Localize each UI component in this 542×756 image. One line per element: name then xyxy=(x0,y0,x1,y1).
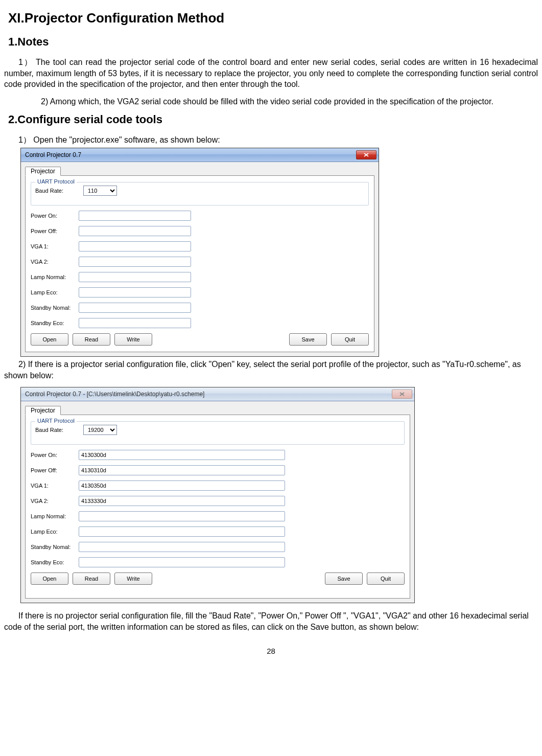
vga1-input[interactable] xyxy=(79,480,285,491)
vga2-label: VGA 2: xyxy=(31,498,79,504)
projector-window-2: Control Projector 0.7 - [C:\Users\timeli… xyxy=(20,387,415,603)
baud-rate-select[interactable]: 110 xyxy=(83,186,117,196)
config-step-3: If there is no projector serial configur… xyxy=(4,610,538,632)
page-number: 28 xyxy=(4,647,538,655)
baud-rate-label: Baud Rate: xyxy=(35,188,83,194)
standby-eco-input[interactable] xyxy=(79,318,191,328)
read-button[interactable]: Read xyxy=(73,333,110,346)
group-title: UART Protocol xyxy=(35,178,77,185)
read-button[interactable]: Read xyxy=(73,572,110,585)
save-button[interactable]: Save xyxy=(289,333,327,346)
tab-strip: Projector xyxy=(25,404,410,415)
write-button[interactable]: Write xyxy=(114,572,152,585)
lamp-eco-input[interactable] xyxy=(79,526,285,537)
power-on-label: Power On: xyxy=(31,452,79,458)
close-button[interactable] xyxy=(356,150,376,159)
projector-window-1: Control Projector 0.7 Projector UART Pro… xyxy=(20,148,379,357)
group-title: UART Protocol xyxy=(35,418,77,424)
standby-eco-label: Standby Eco: xyxy=(31,559,79,565)
open-button[interactable]: Open xyxy=(31,333,68,346)
vga2-input[interactable] xyxy=(79,496,285,506)
vga1-label: VGA 1: xyxy=(31,243,79,249)
tab-projector[interactable]: Projector xyxy=(25,167,61,176)
quit-button[interactable]: Quit xyxy=(367,572,405,585)
vga2-input[interactable] xyxy=(79,257,191,267)
section-notes-heading: 1.Notes xyxy=(4,35,538,49)
vga1-label: VGA 1: xyxy=(31,483,79,489)
standby-eco-input[interactable] xyxy=(79,557,285,567)
button-row: Open Read Write Save Quit xyxy=(31,572,405,585)
quit-button[interactable]: Quit xyxy=(331,333,369,346)
tab-projector[interactable]: Projector xyxy=(25,406,61,415)
tab-strip: Projector xyxy=(25,165,374,176)
power-on-input[interactable] xyxy=(79,211,191,221)
power-off-input[interactable] xyxy=(79,465,285,475)
config-step-1: 1） Open the "projector.exe" software, as… xyxy=(4,134,538,146)
power-off-input[interactable] xyxy=(79,226,191,236)
save-button[interactable]: Save xyxy=(325,572,363,585)
titlebar: Control Projector 0.7 - [C:\Users\timeli… xyxy=(21,387,414,401)
lamp-eco-input[interactable] xyxy=(79,287,191,297)
baud-rate-label: Baud Rate: xyxy=(35,427,83,433)
open-button[interactable]: Open xyxy=(31,572,68,585)
write-button[interactable]: Write xyxy=(114,333,152,346)
page-title: XI.Projector Configuration Method xyxy=(4,10,538,26)
standby-eco-label: Standby Eco: xyxy=(31,320,79,326)
power-off-label: Power Off: xyxy=(31,228,79,234)
standby-normal-label: Standby Nomal: xyxy=(31,305,79,311)
baud-rate-select[interactable]: 19200 xyxy=(83,425,117,435)
config-step-2: 2) If there is a projector serial config… xyxy=(4,359,538,381)
close-icon xyxy=(399,392,405,396)
standby-normal-input[interactable] xyxy=(79,303,191,313)
titlebar: Control Projector 0.7 xyxy=(21,148,379,162)
standby-normal-label: Standby Nomal: xyxy=(31,544,79,550)
window-body: Projector UART Protocol Baud Rate: 19200… xyxy=(21,401,414,603)
close-icon xyxy=(364,153,369,157)
power-on-input[interactable] xyxy=(79,450,285,460)
close-button[interactable] xyxy=(392,390,412,399)
uart-group: UART Protocol Baud Rate: 110 xyxy=(31,182,369,205)
standby-normal-input[interactable] xyxy=(79,542,285,552)
lamp-normal-input[interactable] xyxy=(79,511,285,521)
notes-paragraph-1: 1） The tool can read the projector seria… xyxy=(4,57,538,90)
window-title: Control Projector 0.7 xyxy=(23,151,81,158)
lamp-eco-label: Lamp Eco: xyxy=(31,289,79,295)
vga2-label: VGA 2: xyxy=(31,259,79,265)
tab-content: UART Protocol Baud Rate: 19200 Power On:… xyxy=(25,415,410,599)
uart-group: UART Protocol Baud Rate: 19200 xyxy=(31,421,405,445)
lamp-normal-input[interactable] xyxy=(79,272,191,282)
button-row: Open Read Write Save Quit xyxy=(31,333,369,346)
window-body: Projector UART Protocol Baud Rate: 110 P… xyxy=(21,162,379,356)
power-off-label: Power Off: xyxy=(31,467,79,473)
notes-paragraph-2: 2) Among which, the VGA2 serial code sho… xyxy=(4,96,538,107)
lamp-normal-label: Lamp Normal: xyxy=(31,513,79,519)
power-on-label: Power On: xyxy=(31,213,79,219)
section-config-heading: 2.Configure serial code tools xyxy=(4,113,538,126)
lamp-eco-label: Lamp Eco: xyxy=(31,529,79,535)
tab-content: UART Protocol Baud Rate: 110 Power On: P… xyxy=(25,176,374,352)
vga1-input[interactable] xyxy=(79,241,191,251)
lamp-normal-label: Lamp Normal: xyxy=(31,274,79,280)
window-title: Control Projector 0.7 - [C:\Users\timeli… xyxy=(23,391,204,398)
